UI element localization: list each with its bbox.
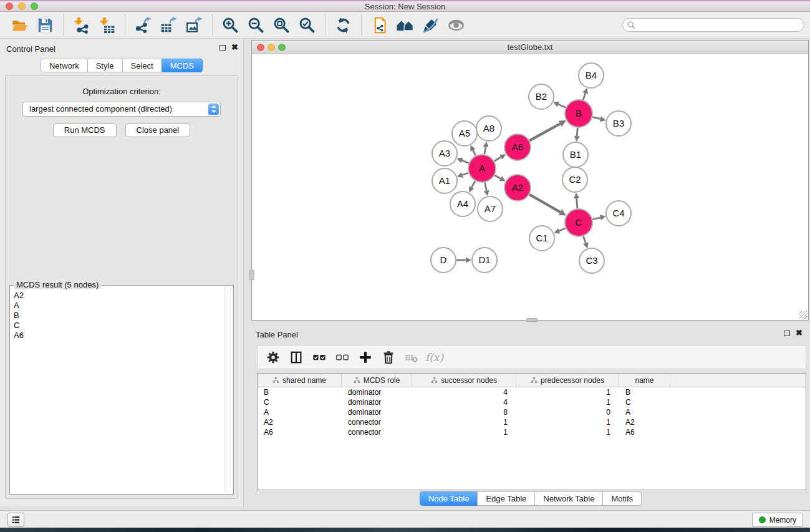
deselect-all-button[interactable] xyxy=(330,347,354,368)
export-image-button[interactable] xyxy=(181,13,207,37)
cell-name[interactable]: A2 xyxy=(619,417,670,427)
export-network-button[interactable] xyxy=(130,13,156,37)
cell-MCDS-role[interactable]: connector xyxy=(342,417,412,427)
zoom-fit-button[interactable] xyxy=(269,13,294,37)
cell-MCDS-role[interactable]: connector xyxy=(342,427,412,437)
tab-motifs[interactable]: Motifs xyxy=(602,491,642,506)
first-neighbors-button[interactable] xyxy=(392,13,418,37)
cell-predecessor-nodes[interactable]: 1 xyxy=(516,387,619,397)
graph-node-C4[interactable]: C4 xyxy=(606,201,631,226)
cell-successor-nodes[interactable]: 4 xyxy=(412,387,516,397)
mcds-result-item[interactable]: C xyxy=(12,321,223,331)
new-network-from-selection-button[interactable] xyxy=(367,13,392,37)
cell-name[interactable]: B xyxy=(619,387,670,397)
graph-edge-A6-B[interactable] xyxy=(529,123,560,140)
graph-node-A5[interactable]: A5 xyxy=(452,121,477,146)
cell-shared-name[interactable]: A xyxy=(258,407,342,417)
cell-MCDS-role[interactable]: dominator xyxy=(342,407,412,417)
search-field[interactable] xyxy=(622,18,804,32)
table-settings-button[interactable] xyxy=(261,347,284,368)
graph-edge-B-B2[interactable] xyxy=(558,104,566,107)
graph-node-C2[interactable]: C2 xyxy=(562,167,587,192)
select-all-button[interactable] xyxy=(307,347,330,368)
table-row[interactable]: A6connector11A6 xyxy=(258,427,806,437)
graph-edge-C-C3[interactable] xyxy=(583,236,586,243)
tab-network[interactable]: Network xyxy=(41,59,88,72)
search-input[interactable] xyxy=(635,19,804,31)
graph-edge-C-C1[interactable] xyxy=(559,228,566,231)
open-session-button[interactable] xyxy=(7,13,32,37)
resize-grip[interactable] xyxy=(799,311,808,319)
import-network-button[interactable] xyxy=(69,13,94,37)
graph-node-A2[interactable]: A2 xyxy=(504,175,531,201)
graph-edge-A-A2[interactable] xyxy=(494,175,501,178)
tab-edge-table[interactable]: Edge Table xyxy=(477,491,535,506)
close-panel-button[interactable]: Close panel xyxy=(125,123,191,137)
refresh-view-button[interactable] xyxy=(330,13,356,37)
toggle-panes-button[interactable] xyxy=(284,347,307,368)
tab-node-table[interactable]: Node Table xyxy=(420,491,478,506)
cell-predecessor-nodes[interactable]: 0 xyxy=(516,407,619,417)
run-mcds-button[interactable]: Run MCDS xyxy=(53,123,117,137)
network-horizontal-scrollbar[interactable] xyxy=(526,318,538,322)
cell-successor-nodes[interactable]: 8 xyxy=(412,407,516,417)
export-table-button[interactable] xyxy=(156,13,181,37)
graph-node-B2[interactable]: B2 xyxy=(529,84,554,109)
table-row[interactable]: Adominator80A xyxy=(258,407,806,417)
graph-node-D1[interactable]: D1 xyxy=(472,248,497,273)
graph-node-A3[interactable]: A3 xyxy=(432,141,457,166)
cell-predecessor-nodes[interactable]: 1 xyxy=(516,397,619,407)
graph-edge-A-A7[interactable] xyxy=(485,183,487,191)
graph-node-B3[interactable]: B3 xyxy=(606,111,631,136)
cell-name[interactable]: A6 xyxy=(619,427,670,437)
network-vertical-scrollbar[interactable] xyxy=(249,270,254,280)
graph-node-A4[interactable]: A4 xyxy=(450,191,475,216)
cell-successor-nodes[interactable]: 1 xyxy=(412,417,516,427)
graph-node-D[interactable]: D xyxy=(431,248,456,273)
delete-column-button[interactable] xyxy=(377,347,400,368)
column-header-name[interactable]: name xyxy=(619,374,670,387)
tab-select[interactable]: Select xyxy=(122,59,162,72)
mcds-result-scrollbar[interactable] xyxy=(224,286,233,493)
graph-edge-B-B4[interactable] xyxy=(583,94,585,100)
cell-predecessor-nodes[interactable]: 1 xyxy=(516,417,619,427)
graph-node-C1[interactable]: C1 xyxy=(529,226,554,251)
column-header-predecessor-nodes[interactable]: predecessor nodes xyxy=(516,374,619,387)
graph-edge-C-C4[interactable] xyxy=(592,218,600,220)
task-history-button[interactable] xyxy=(7,513,24,527)
tab-style[interactable]: Style xyxy=(87,59,123,72)
zoom-in-button[interactable] xyxy=(218,13,243,37)
graph-node-B[interactable]: B xyxy=(565,100,592,127)
column-header-shared-name[interactable]: shared name xyxy=(258,374,342,387)
network-canvas[interactable]: AA1A2A3A4A5A6A7A8BB1B2B3B4CC1C2C3C4DD1 xyxy=(252,54,808,320)
memory-button[interactable]: Memory xyxy=(752,513,803,527)
show-hide-button[interactable] xyxy=(443,13,469,37)
graph-edge-A-A6[interactable] xyxy=(494,157,501,161)
graph-node-A6[interactable]: A6 xyxy=(504,134,531,160)
graph-edge-B-B3[interactable] xyxy=(592,117,600,119)
create-column-button[interactable] xyxy=(354,347,377,368)
float-panel-icon[interactable] xyxy=(219,45,226,51)
graph-node-A[interactable]: A xyxy=(468,155,496,182)
graph-edge-A-A4[interactable] xyxy=(471,181,475,187)
graph-edge-A-A5[interactable] xyxy=(473,150,475,156)
graph-node-C[interactable]: C xyxy=(565,209,592,236)
mcds-result-item[interactable]: A xyxy=(12,301,223,311)
optimization-criterion-select[interactable]: largest connected component (directed) xyxy=(22,102,221,117)
close-panel-icon[interactable]: ✖ xyxy=(231,44,238,51)
graph-edge-A2-C[interactable] xyxy=(529,195,560,212)
graph-node-A8[interactable]: A8 xyxy=(476,116,501,141)
float-table-panel-icon[interactable] xyxy=(784,331,790,336)
cell-predecessor-nodes[interactable]: 1 xyxy=(516,427,619,437)
cell-name[interactable]: C xyxy=(619,397,670,407)
graph-node-A7[interactable]: A7 xyxy=(478,196,503,221)
table-row[interactable]: A2connector11A2 xyxy=(258,417,806,427)
graph-edge-B-B1[interactable] xyxy=(577,128,577,136)
import-table-button[interactable] xyxy=(94,13,120,37)
graph-node-C3[interactable]: C3 xyxy=(579,248,604,273)
cell-successor-nodes[interactable]: 1 xyxy=(412,427,516,437)
cell-MCDS-role[interactable]: dominator xyxy=(342,387,412,397)
close-table-panel-icon[interactable]: ✖ xyxy=(796,329,803,337)
graph-edge-A-A8[interactable] xyxy=(485,147,486,155)
table-row[interactable]: Cdominator41C xyxy=(258,397,806,407)
